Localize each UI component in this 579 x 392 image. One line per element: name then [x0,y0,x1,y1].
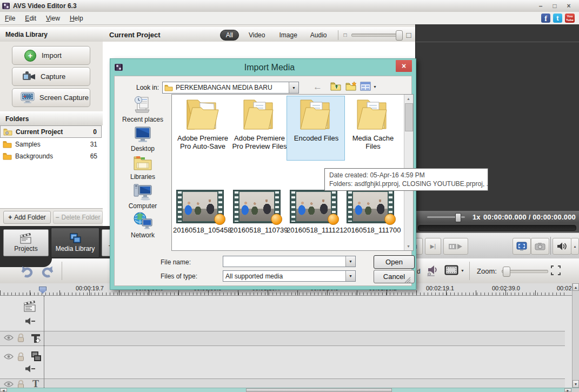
video-thumbnail[interactable] [176,190,224,223]
folder-row-current-project[interactable]: Current Project 0 [0,125,102,138]
filter-audio[interactable]: Audio [305,30,332,40]
menu-edit[interactable]: Edit [20,13,41,24]
next-frame-button[interactable]: ▶| [425,238,441,255]
list-scroll-up[interactable]: ▲ [404,95,412,103]
sidebar-item-computer[interactable]: Computer [119,182,167,210]
folder-tile-preview-files[interactable]: Adobe Premiere Pro Preview Files [232,97,287,150]
speed-slider-thumb[interactable] [455,213,461,222]
filter-video[interactable]: Video [243,30,270,40]
snapshot-button[interactable] [531,238,549,255]
play-through-button[interactable] [443,238,468,255]
vscroll-down-button[interactable]: ▼ [573,380,579,388]
zoom-slider-thumb[interactable] [503,267,510,277]
dialog-title: Import Media [123,63,416,72]
speed-slider[interactable] [427,216,465,218]
view-menu-dropdown[interactable]: ▼ [373,85,377,89]
timeline-hscrollbar[interactable]: ◀ ▶ [0,388,579,392]
video-frame-image [353,192,388,221]
file-name-combobox[interactable]: ▼ [223,256,356,267]
preview-progress-bar[interactable] [415,223,579,232]
list-scroll-thumb[interactable] [405,103,413,131]
tooltip-line-1: Date created: 05-Apr-16 4:59 PM [329,171,483,180]
screen-capture-button[interactable]: Screen Capture [12,88,90,107]
zoom-label: Zoom: [477,267,497,275]
track3-lock-icon[interactable] [17,352,25,363]
vscroll-up-button[interactable]: ▲ [573,283,579,291]
scene-monitor-dropdown[interactable]: ▼ [461,269,464,273]
sidebar-item-libraries[interactable]: Libraries [119,154,167,181]
narration-speaker-icon[interactable] [426,264,439,278]
track2-lock-icon[interactable] [17,333,25,344]
zoom-slider[interactable] [502,270,548,273]
timeline-vscrollbar[interactable]: ▲ ▼ [572,283,579,388]
add-folder-button[interactable]: + Add Folder [3,211,51,224]
folder-count: 65 [90,152,97,160]
new-folder-icon[interactable] [345,81,357,93]
folder-row-samples[interactable]: Samples 31 [0,138,102,150]
folder-row-backgrounds[interactable]: Backgrounds 65 [0,150,102,162]
menu-help[interactable]: Help [65,13,88,24]
track2-visibility-icon[interactable] [4,335,14,342]
up-folder-icon[interactable] [330,81,342,93]
minus-icon: − [55,214,59,221]
look-in-combobox[interactable]: PERKEMBANGAN MEDIA BARU ▼ [162,82,299,94]
timeline-tracks: T [0,296,572,388]
file-name-dropdown-arrow[interactable]: ▼ [345,256,355,267]
video-thumbnail[interactable] [290,190,337,223]
undo-button[interactable] [19,265,35,280]
sidebar-item-network[interactable]: Network [119,211,167,239]
folder-tile-media-cache[interactable]: Media Cache Files [345,97,401,150]
dialog-resize-grip[interactable] [404,277,411,285]
folder-tile-encoded-files[interactable]: Encoded Files [289,97,344,142]
look-in-label: Look in: [136,84,159,91]
filter-all[interactable]: All [220,30,239,41]
capture-button[interactable]: Capture [12,67,90,86]
fit-timeline-icon[interactable] [550,265,561,277]
track3-mute-icon[interactable] [25,365,36,374]
dialog-close-button[interactable]: × [396,60,412,72]
volume-button[interactable] [553,238,571,255]
files-of-type-dropdown-arrow[interactable]: ▼ [345,271,355,281]
fullscreen-button[interactable] [513,238,531,255]
video-thumbnail[interactable] [347,190,394,223]
delete-folder-button[interactable]: − Delete Folder [53,211,103,224]
volume-popup-button[interactable]: ▲ [571,238,579,255]
twitter-icon[interactable]: t [553,14,562,23]
overlay-track-icon [30,333,41,345]
minimize-button[interactable]: – [534,2,548,10]
tab-media-library[interactable]: Media Library [51,228,99,258]
plus-icon: + [8,214,12,221]
dialog-title-bar[interactable]: Import Media × [110,59,416,76]
scene-monitor-icon[interactable] [444,264,458,278]
import-button[interactable]: + Import [12,46,90,65]
folder-tile-auto-save[interactable]: Adobe Premiere Pro Auto-Save [175,97,230,150]
youtube-icon[interactable]: YouTube [565,14,575,23]
thumbnail-size-slider-thumb[interactable] [396,30,403,41]
sidebar-item-desktop[interactable]: Desktop [119,126,167,152]
playhead-line[interactable] [44,296,45,388]
back-icon[interactable]: ← [313,82,322,92]
video-thumbnail[interactable] [233,190,281,223]
tab-projects[interactable]: Projects [3,229,49,256]
facebook-icon[interactable]: f [541,14,550,23]
menu-view[interactable]: View [41,13,65,24]
redo-button[interactable] [40,265,55,280]
hscroll-thumb[interactable] [246,388,392,392]
track3-visibility-icon[interactable] [4,354,14,361]
list-scroll-down[interactable]: ▼ [404,242,412,250]
filter-image[interactable]: Image [274,30,302,40]
files-of-type-combobox[interactable]: All supported media ▼ [223,270,356,282]
open-button[interactable]: Open [374,255,415,269]
import-plus-icon: + [24,50,36,62]
close-button[interactable]: × [562,2,576,10]
thumbnail-size-slider[interactable] [351,34,402,37]
sidebar-item-recent-places[interactable]: Recent places [119,96,167,123]
video-track-mute-icon[interactable] [25,317,36,327]
look-in-dropdown-arrow[interactable]: ▼ [289,82,298,93]
menu-file[interactable]: File [0,13,20,24]
view-menu-icon[interactable] [360,82,371,92]
maximize-button[interactable]: □ [548,2,562,10]
hscroll-left-button[interactable]: ◀ [0,388,7,392]
title-bar: AVS Video Editor 6.3 – □ × [0,0,579,12]
hscroll-right-button[interactable]: ▶ [564,388,571,392]
